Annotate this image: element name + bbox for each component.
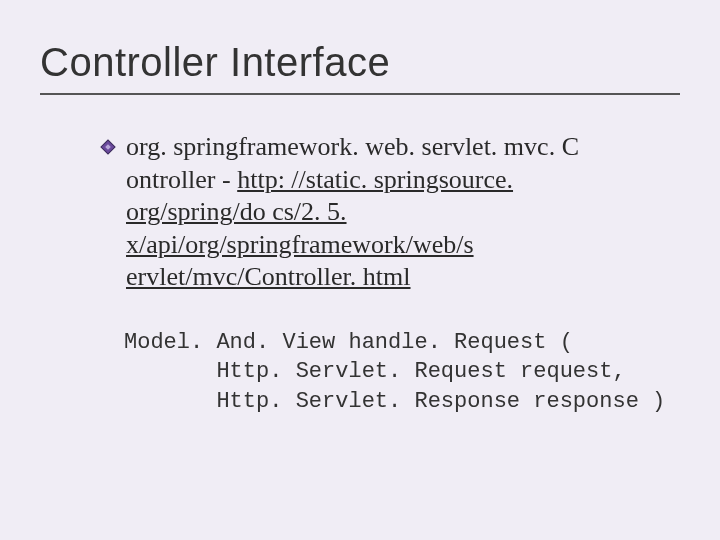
- slide-title: Controller Interface: [40, 40, 680, 85]
- diamond-bullet-icon: [100, 139, 116, 155]
- bullet-item: org. springframework. web. servlet. mvc.…: [100, 131, 640, 294]
- slide-body: org. springframework. web. servlet. mvc.…: [40, 131, 680, 417]
- code-block: Model. And. View handle. Request ( Http.…: [100, 328, 640, 417]
- slide: Controller Interface org. springframewor…: [0, 0, 720, 540]
- title-rule: [40, 93, 680, 95]
- bullet-text: org. springframework. web. servlet. mvc.…: [126, 131, 640, 294]
